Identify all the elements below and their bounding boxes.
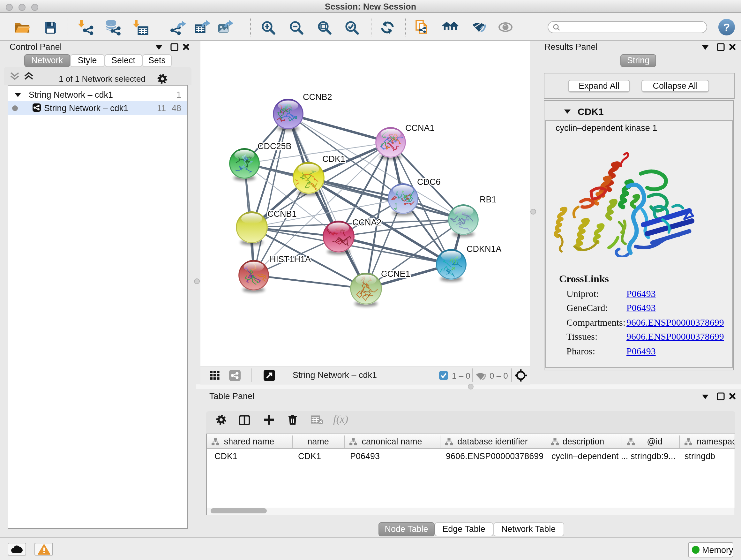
svg-text:?: ? xyxy=(723,21,730,33)
svg-text:CDC6: CDC6 xyxy=(417,177,441,187)
svg-text:CDK1: CDK1 xyxy=(322,154,345,164)
svg-text:CCNB1: CCNB1 xyxy=(267,209,297,219)
svg-text:HIST1H1A: HIST1H1A xyxy=(270,254,311,264)
svg-text:CCNA2: CCNA2 xyxy=(352,218,382,227)
svg-text:CCNE1: CCNE1 xyxy=(381,269,410,279)
svg-text:CDC25B: CDC25B xyxy=(258,141,292,151)
svg-text:CCNB2: CCNB2 xyxy=(303,92,332,102)
svg-text:CCNA1: CCNA1 xyxy=(405,123,434,133)
svg-text:CDKN1A: CDKN1A xyxy=(467,244,502,254)
svg-text:RB1: RB1 xyxy=(480,195,496,204)
